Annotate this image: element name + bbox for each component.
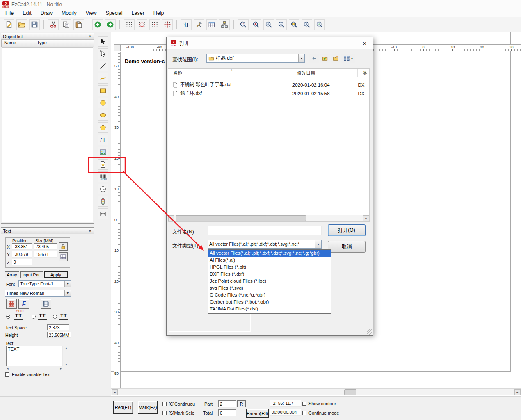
file-row[interactable]: 鸽子环.dxf 2020-01-02 15:58 DX: [168, 89, 369, 98]
font-type-combobox[interactable]: TrueType Font-1 ▼: [18, 280, 71, 287]
lock-aspect-button[interactable]: [59, 242, 68, 251]
cancel-button[interactable]: 取消: [328, 241, 366, 253]
array-button[interactable]: Array: [5, 271, 19, 278]
select-tool-button[interactable]: [98, 36, 108, 47]
mark-parameter-button[interactable]: [206, 19, 217, 30]
text-space-field[interactable]: 2.373: [47, 324, 69, 330]
curve-tool-button[interactable]: [98, 73, 108, 84]
dialog-close-icon[interactable]: ×: [360, 40, 369, 47]
views-menu-button[interactable]: ▼: [341, 54, 355, 63]
param-f3-button[interactable]: Param(F3): [246, 409, 269, 418]
file-type-option[interactable]: DXF Files (*.dxf): [208, 271, 331, 278]
show-contour-checkbox[interactable]: [302, 402, 306, 406]
new-file-button[interactable]: [4, 19, 14, 30]
tool-settings-button[interactable]: [194, 19, 204, 30]
mark-dots-circle-button[interactable]: [137, 19, 147, 30]
mark-dots-center-button[interactable]: [149, 19, 160, 30]
chevron-down-icon[interactable]: ▼: [64, 290, 71, 296]
object-list-close-icon[interactable]: ×: [88, 34, 92, 39]
z-position-field[interactable]: [12, 259, 32, 265]
char-width-radio-3[interactable]: [53, 315, 57, 319]
ellipse-tool-button[interactable]: [98, 110, 108, 121]
vector-file-tool-button[interactable]: [98, 159, 108, 170]
scroll-down-icon[interactable]: ▼: [65, 363, 68, 366]
total-count-field[interactable]: [218, 409, 236, 416]
dimension-tool-button[interactable]: [98, 208, 108, 219]
y-position-field[interactable]: [12, 251, 32, 258]
input-port-button[interactable]: nput Por: [20, 271, 43, 278]
scrollbar-thumb[interactable]: [176, 215, 306, 221]
font-name-combobox[interactable]: Times New Roman ▼: [5, 290, 71, 297]
hatch-button[interactable]: H: [181, 19, 192, 30]
object-structure-button[interactable]: [219, 19, 230, 30]
undo-button[interactable]: [92, 19, 103, 30]
open-button[interactable]: 打开(O): [328, 224, 366, 236]
file-type-option[interactable]: svg Files (*.svg): [208, 285, 331, 292]
cut-button[interactable]: [48, 19, 59, 30]
scroll-right-icon[interactable]: ►: [59, 367, 62, 370]
column-header-date[interactable]: 修改日期: [292, 69, 358, 77]
y-size-field[interactable]: [34, 251, 57, 258]
scrollbar-thumb[interactable]: [344, 389, 356, 395]
input-output-tool-button[interactable]: [98, 196, 108, 207]
text-panel-close-icon[interactable]: ×: [88, 229, 92, 233]
x-size-field[interactable]: [34, 243, 57, 250]
x-position-field[interactable]: [12, 243, 32, 250]
file-name-input[interactable]: [208, 226, 322, 235]
zoom-window-button[interactable]: [238, 19, 249, 30]
zoom-all-button[interactable]: [314, 19, 325, 30]
char-grid-button[interactable]: [6, 299, 17, 309]
part-count-field[interactable]: [218, 400, 236, 407]
delay-tool-button[interactable]: [98, 184, 108, 194]
menu-item[interactable]: Special: [101, 9, 127, 17]
file-list-scrollbar[interactable]: ◄ ►: [168, 215, 369, 221]
reset-count-button[interactable]: R: [237, 400, 246, 407]
enable-variable-text-checkbox[interactable]: [5, 372, 9, 377]
file-type-option[interactable]: HPGL Files (*.plt): [208, 264, 331, 271]
dialog-titlebar[interactable]: 2EZCAD 打开 ×: [167, 37, 373, 49]
text-tool-button[interactable]: fI: [98, 135, 108, 145]
menu-item[interactable]: Modify: [57, 9, 81, 17]
column-header-type[interactable]: Type: [34, 40, 94, 47]
line-tool-button[interactable]: [98, 61, 108, 71]
char-width-auto-radio[interactable]: [6, 315, 10, 319]
up-one-level-button[interactable]: [320, 54, 330, 63]
zoom-object-button[interactable]: [289, 19, 299, 30]
scroll-right-icon[interactable]: ►: [363, 215, 369, 221]
column-header-name[interactable]: Name: [1, 40, 34, 47]
menu-item[interactable]: View: [81, 9, 101, 17]
chevron-down-icon[interactable]: ▼: [298, 54, 304, 62]
node-edit-tool-button[interactable]: [98, 48, 108, 59]
file-type-option[interactable]: Gerber bot Files (*.bot,*.gbr): [208, 299, 331, 306]
mark-f2-button[interactable]: Mark(F2): [138, 401, 158, 414]
zoom-center-button[interactable]: [302, 19, 312, 30]
file-type-option[interactable]: All vector Files(*.ai;*.plt;*.dxf;*.dst;…: [208, 250, 331, 257]
height-field[interactable]: 23.565MM: [47, 332, 71, 338]
resize-grip[interactable]: [367, 329, 372, 335]
file-type-option[interactable]: Jcz Point cloud Files (*.jpc): [208, 278, 331, 285]
coordinate-grid-button[interactable]: [59, 252, 68, 261]
chevron-down-icon[interactable]: ▼: [64, 281, 71, 287]
column-header-filename[interactable]: 名称: [168, 69, 292, 77]
open-file-button[interactable]: [16, 19, 27, 30]
zoom-dynamic-button[interactable]: [251, 19, 261, 30]
continuous-checkbox[interactable]: [162, 402, 167, 406]
apply-button[interactable]: Apply: [44, 271, 68, 278]
scroll-left-icon[interactable]: ◄: [6, 367, 9, 370]
column-header-type[interactable]: 类: [358, 69, 369, 77]
scroll-right-icon[interactable]: ►: [514, 389, 521, 395]
text-content-textarea[interactable]: TEXT: [6, 346, 63, 366]
file-type-option[interactable]: G Code Files (*.nc,*g,*gbr): [208, 292, 331, 299]
menu-item[interactable]: File: [1, 9, 18, 17]
paste-button[interactable]: [73, 19, 84, 30]
mark-dots-cross-button[interactable]: [162, 19, 173, 30]
menu-item[interactable]: Draw: [36, 9, 57, 17]
circle-tool-button[interactable]: [98, 98, 108, 108]
look-in-combobox[interactable]: 样品 dxf ▼: [206, 54, 305, 63]
scroll-left-icon[interactable]: ◄: [168, 215, 174, 221]
file-type-option[interactable]: Ai Files(*.ai): [208, 257, 331, 264]
redo-button[interactable]: [105, 19, 116, 30]
zoom-out-button[interactable]: [276, 19, 287, 30]
chevron-down-icon[interactable]: ▼: [315, 240, 321, 248]
file-type-combobox[interactable]: All vector Files(*.ai;*.plt;*.dxf;*.dst;…: [208, 240, 322, 249]
